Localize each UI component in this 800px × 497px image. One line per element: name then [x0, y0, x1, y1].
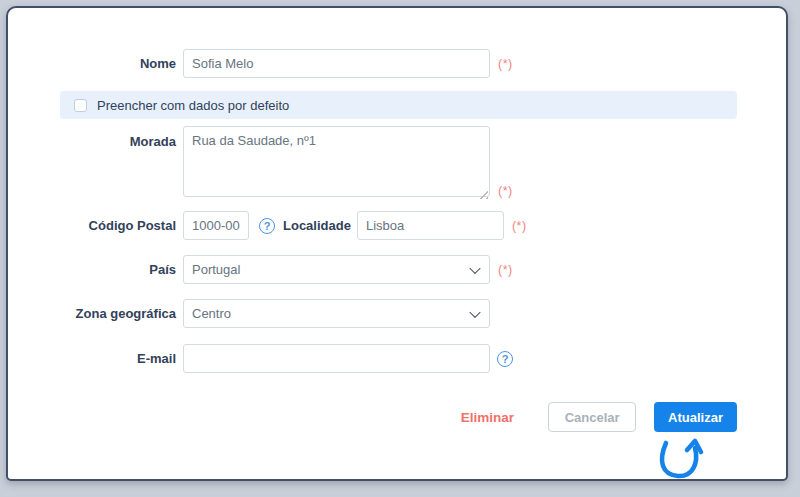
localidade-input[interactable]: [357, 211, 504, 240]
edit-address-modal: Nome (*) Preencher com dados por defeito…: [6, 6, 788, 481]
codigo-postal-label: Código Postal: [8, 218, 176, 233]
morada-textarea-wrap: Rua da Saudade, nº1: [183, 126, 490, 201]
email-label: E-mail: [8, 351, 176, 366]
nome-label: Nome: [8, 56, 176, 71]
localidade-required-marker: (*): [512, 219, 527, 233]
morada-textarea[interactable]: Rua da Saudade, nº1: [183, 126, 490, 197]
cancelar-button[interactable]: Cancelar: [548, 402, 636, 432]
codigo-postal-row: Código Postal ? Localidade (*): [8, 211, 527, 240]
zona-geografica-row: Zona geográfica Centro: [8, 299, 490, 328]
defaults-checkbox-label[interactable]: Preencher com dados por defeito: [97, 98, 289, 113]
morada-label: Morada: [8, 126, 176, 149]
pais-row: País Portugal (*): [8, 255, 513, 284]
defaults-checkbox[interactable]: [74, 99, 87, 112]
footer-actions: Eliminar Cancelar Atualizar: [461, 402, 737, 432]
zona-geografica-select[interactable]: Centro: [183, 299, 490, 328]
annotation-arrow-icon: [652, 435, 710, 481]
zona-geografica-label: Zona geográfica: [8, 306, 176, 321]
pais-required-marker: (*): [498, 263, 513, 277]
morada-row: Morada Rua da Saudade, nº1 (*): [8, 126, 513, 201]
pais-select-wrap: Portugal: [183, 255, 490, 284]
morada-required-marker: (*): [498, 184, 513, 198]
nome-row: Nome (*): [8, 49, 513, 78]
localidade-label: Localidade: [283, 218, 351, 233]
email-input[interactable]: [183, 344, 490, 373]
pais-label: País: [8, 262, 176, 277]
codigo-postal-help-icon[interactable]: ?: [259, 218, 275, 234]
codigo-postal-input[interactable]: [183, 211, 249, 240]
nome-input[interactable]: [183, 49, 490, 78]
email-row: E-mail ?: [8, 344, 513, 373]
defaults-banner: Preencher com dados por defeito: [60, 91, 737, 119]
eliminar-button[interactable]: Eliminar: [461, 410, 514, 425]
email-help-icon[interactable]: ?: [497, 351, 513, 367]
pais-select[interactable]: Portugal: [183, 255, 490, 284]
atualizar-button[interactable]: Atualizar: [654, 402, 737, 432]
nome-required-marker: (*): [498, 57, 513, 71]
zona-select-wrap: Centro: [183, 299, 490, 328]
